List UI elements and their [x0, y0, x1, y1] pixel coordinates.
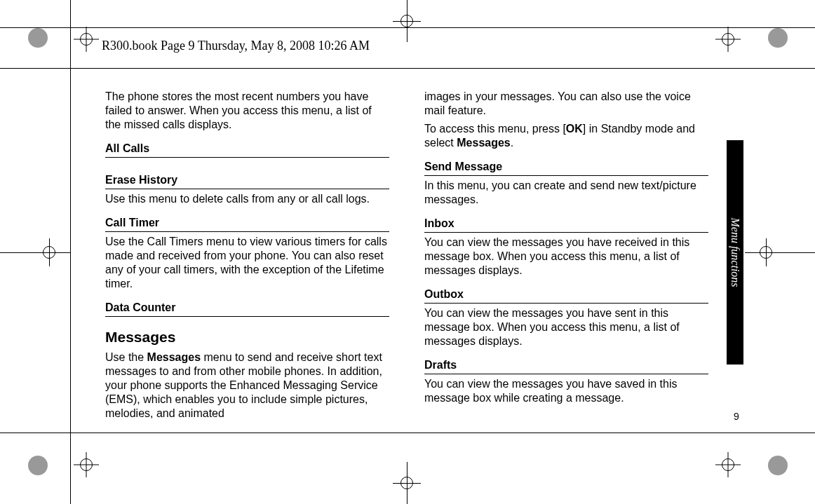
- heading-erase-history: Erase History: [105, 173, 389, 189]
- heading-inbox: Inbox: [424, 217, 708, 233]
- content-area: The phone stores the most recent numbers…: [105, 90, 722, 425]
- inbox-text: You can view the messages you have recei…: [424, 236, 708, 278]
- registration-cross-icon: [74, 27, 99, 52]
- drafts-text: You can view the messages you have saved…: [424, 377, 708, 405]
- crop-line-bottom: [0, 433, 815, 433]
- registration-side-right-icon: [745, 231, 815, 273]
- header-underline: [0, 68, 815, 69]
- registration-dot-icon: [768, 28, 788, 48]
- heading-all-calls: All Calls: [105, 142, 389, 158]
- messages-p1b-bold: Messages: [147, 351, 201, 363]
- messages-access: To access this menu, press [OK] in Stand…: [424, 122, 708, 150]
- heading-drafts: Drafts: [424, 358, 708, 374]
- messages-paragraph-1: Use the Messages menu to send and receiv…: [105, 350, 389, 421]
- header-filename: R300.book Page 9 Thursday, May 8, 2008 1…: [102, 39, 370, 53]
- access-a: To access this menu, press [: [424, 123, 566, 135]
- messages-p1a: Use the: [105, 351, 147, 363]
- call-timer-text: Use the Call Timers menu to view various…: [105, 235, 389, 291]
- access-ok: OK: [566, 123, 583, 135]
- registration-bottom-center-icon: [386, 462, 428, 504]
- access-e: .: [511, 137, 513, 149]
- side-tab-label: Menu functions: [729, 217, 741, 287]
- heading-send-message: Send Message: [424, 160, 708, 176]
- column-left: The phone stores the most recent numbers…: [105, 90, 389, 425]
- access-messages: Messages: [457, 137, 511, 149]
- erase-history-text: Use this menu to delete calls from any o…: [105, 192, 389, 206]
- heading-outbox: Outbox: [424, 287, 708, 304]
- registration-dot-icon: [28, 28, 48, 48]
- registration-cross-icon: [715, 452, 741, 477]
- outbox-text: You can view the messages you have sent …: [424, 306, 708, 348]
- registration-dot-icon: [28, 456, 48, 475]
- missed-calls-intro: The phone stores the most recent numbers…: [105, 90, 389, 132]
- registration-cross-icon: [74, 452, 99, 477]
- heading-messages: Messages: [105, 328, 389, 346]
- column-right: images in your messages. You can also us…: [424, 90, 708, 425]
- send-message-text: In this menu, you can create and send ne…: [424, 179, 708, 207]
- page-number: 9: [734, 411, 739, 422]
- heading-call-timer: Call Timer: [105, 216, 389, 232]
- side-tab: Menu functions: [727, 140, 743, 365]
- messages-paragraph-2: images in your messages. You can also us…: [424, 90, 708, 118]
- heading-data-counter: Data Counter: [105, 301, 389, 317]
- registration-side-left-icon: [0, 231, 70, 273]
- registration-cross-icon: [715, 27, 741, 52]
- registration-top-center-icon: [386, 0, 428, 42]
- registration-dot-icon: [768, 456, 788, 475]
